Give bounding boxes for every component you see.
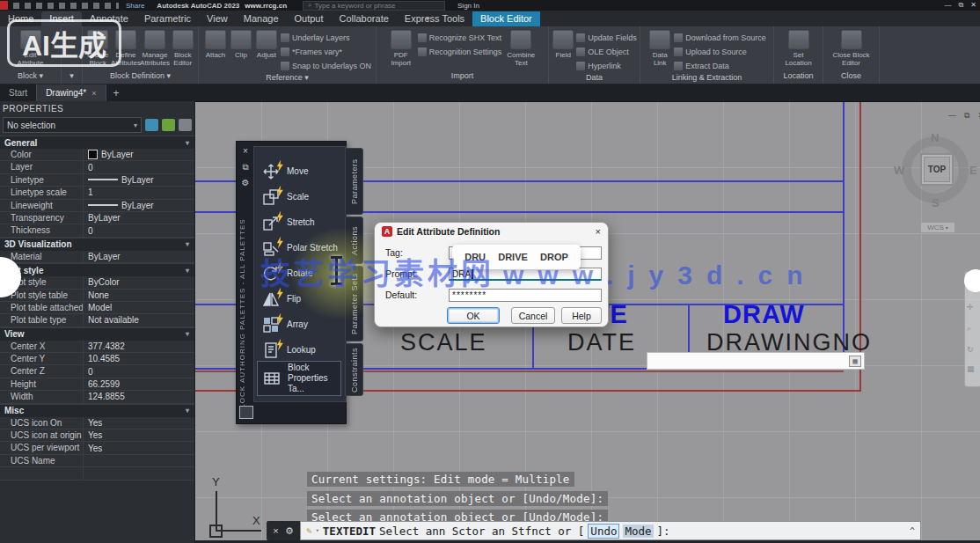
property-row[interactable]: Thickness 0 xyxy=(0,224,194,237)
palette-item-move[interactable]: Move xyxy=(257,158,341,184)
share-button[interactable]: Share xyxy=(126,2,144,10)
manage-attributes-button[interactable]: Manage Attributes xyxy=(142,28,169,67)
block-editor-button[interactable]: Block Editor xyxy=(171,28,196,67)
property-row[interactable]: Center X 377.4382 xyxy=(0,341,194,353)
combine-text-button[interactable]: Combine Text xyxy=(503,28,538,67)
ribbon-options-icon[interactable]: ▾ xyxy=(421,14,435,26)
palette-item-block-properties-table[interactable]: Block Properties Ta... xyxy=(257,361,341,396)
data-link-button[interactable]: Data Link xyxy=(647,28,672,67)
cancel-button[interactable]: Cancel xyxy=(511,307,555,324)
pdf-import-button[interactable]: PDF Import xyxy=(386,28,416,67)
help-button[interactable]: Help xyxy=(561,307,602,324)
attribute-tag-draw[interactable]: DRAW xyxy=(723,300,805,329)
ribbon-row-button[interactable]: Underlay Layers xyxy=(281,31,371,45)
tab-drawing4[interactable]: Drawing4* × xyxy=(36,84,106,101)
toggle-pickadd-icon[interactable] xyxy=(145,119,158,131)
viewcube-west[interactable]: W xyxy=(894,164,904,177)
ribbon-row-button[interactable]: *Frames vary* xyxy=(281,45,371,59)
ribbon-row-button[interactable]: Upload to Source xyxy=(674,45,766,59)
restore-icon[interactable]: ⧉ xyxy=(964,111,969,121)
ribbon-tab[interactable]: Collaborate xyxy=(332,11,397,26)
command-option-undo[interactable]: Undo xyxy=(588,524,619,539)
viewcube-top-face[interactable]: TOP xyxy=(920,153,954,186)
panel-label-linking[interactable]: Linking & Extraction xyxy=(640,73,773,84)
property-row[interactable]: Layer 0 xyxy=(0,161,194,173)
orbit-icon[interactable]: ↻ xyxy=(967,345,974,354)
close-tab-icon[interactable]: × xyxy=(91,89,96,98)
chevron-down-icon[interactable]: ▾ xyxy=(316,527,319,534)
panel-label-location[interactable]: Location xyxy=(774,71,823,84)
ribbon-tab[interactable]: Output xyxy=(287,11,332,26)
close-icon[interactable]: ✕ xyxy=(970,1,976,10)
property-row[interactable]: Center Z 0 xyxy=(0,365,194,378)
palette-properties-icon[interactable]: ⚙ xyxy=(238,178,253,187)
close-icon[interactable]: × xyxy=(273,525,278,536)
property-row[interactable]: UCS icon at origin Yes xyxy=(0,429,194,442)
property-row[interactable]: Color ByLayer xyxy=(0,149,194,161)
command-input-bar[interactable]: ✎ ▾ TEXTEDIT Select ann Sctor an Stfnct … xyxy=(300,521,921,540)
minimize-icon[interactable]: — xyxy=(948,111,956,121)
viewcube-north[interactable]: N xyxy=(931,131,939,144)
panel-label-collapsed[interactable]: ▾ xyxy=(62,71,82,84)
quick-access-toolbar[interactable] xyxy=(13,3,119,9)
ribbon-tab[interactable]: Block Editor xyxy=(472,11,540,26)
close-palette-icon[interactable]: × xyxy=(238,146,253,156)
ribbon-tab[interactable]: Manage xyxy=(236,11,287,26)
ribbon-row-button[interactable]: Snap to Underlays ON xyxy=(281,59,371,73)
tab-start[interactable]: Start xyxy=(0,84,36,101)
viewcube-south[interactable]: S xyxy=(932,196,940,209)
adjust-button[interactable]: Adjust xyxy=(254,28,279,59)
section-header-misc[interactable]: Misc▾ xyxy=(0,404,194,417)
panel-label-block[interactable]: Block ▾ xyxy=(0,71,61,84)
motion-icon[interactable]: ▦ xyxy=(967,364,975,373)
command-option-mode[interactable]: Mode xyxy=(623,525,653,538)
ribbon-tab[interactable]: View xyxy=(199,11,236,26)
section-header-view[interactable]: View▾ xyxy=(0,327,194,341)
wcs-dropdown[interactable]: WCS▾ xyxy=(920,222,955,233)
ribbon-row-button[interactable]: Extract Data xyxy=(674,59,766,73)
close-block-editor-button[interactable]: Close Block Editor xyxy=(831,28,872,67)
property-row[interactable]: Transparency ByLayer xyxy=(0,212,194,224)
section-header-plot-style[interactable]: Plot style▾ xyxy=(0,263,194,276)
ribbon-tab[interactable]: Parametric xyxy=(136,11,199,26)
panel-label-import[interactable]: Import xyxy=(377,71,548,84)
section-header-3d-visualization[interactable]: 3D Visualization▾ xyxy=(0,238,194,251)
signin-button[interactable]: Sign In xyxy=(457,2,479,10)
viewport-window-controls[interactable]: — ⧉ ✕ xyxy=(948,111,980,121)
pan-icon[interactable]: ✛ xyxy=(967,303,974,312)
property-row[interactable]: Linetype ByLayer xyxy=(0,174,194,187)
section-header-general[interactable]: General▾ xyxy=(0,136,194,149)
cell-text-date[interactable]: DATE xyxy=(567,329,636,356)
ok-button[interactable]: OK xyxy=(447,307,500,324)
palette-grid-icon[interactable] xyxy=(239,406,253,419)
minimize-icon[interactable]: — xyxy=(945,1,952,10)
search-input[interactable]: ⌕ Type a keyword or phrase xyxy=(303,1,445,11)
recent-commands-icon[interactable]: ^ xyxy=(910,526,915,536)
ribbon-row-button[interactable]: Update Fields xyxy=(576,31,637,45)
cell-text-scale[interactable]: SCALE xyxy=(400,329,487,356)
select-objects-icon[interactable] xyxy=(162,119,175,131)
selection-dropdown[interactable]: No selection ▾ xyxy=(3,117,142,133)
property-row[interactable]: Lineweight ByLayer xyxy=(0,200,194,212)
property-row[interactable]: Plot table type Not available xyxy=(0,314,194,327)
palette-item-lookup[interactable]: Lookup xyxy=(257,337,341,363)
property-row[interactable]: UCS Name xyxy=(0,455,194,467)
ribbon-row-button[interactable]: Recognize SHX Text xyxy=(418,31,502,45)
property-row[interactable]: UCS per viewport Yes xyxy=(0,442,194,454)
ribbon-row-button[interactable]: Hyperlink xyxy=(576,59,637,73)
ribbon-row-button[interactable]: Download from Source xyxy=(674,31,766,45)
panel-label-block-definition[interactable]: Block Definition ▾ xyxy=(83,71,198,84)
close-icon[interactable]: × xyxy=(596,226,601,237)
quick-select-icon[interactable] xyxy=(179,119,192,131)
dialog-title-bar[interactable]: A Edit Attribute Definition × xyxy=(375,223,608,240)
attach-button[interactable]: Attach xyxy=(203,28,228,59)
field-button[interactable]: Field xyxy=(552,28,574,59)
property-row[interactable]: Center Y 10.4585 xyxy=(0,353,194,365)
palette-item-scale[interactable]: Scale xyxy=(257,184,341,209)
command-pencil-icon[interactable]: ✎ xyxy=(306,525,312,537)
property-row[interactable]: Height 66.2599 xyxy=(0,378,194,391)
panel-label-close[interactable]: Close xyxy=(823,71,879,84)
ribbon-row-button[interactable]: OLE Object xyxy=(576,45,637,59)
inplace-field-icon[interactable]: ▦ xyxy=(849,356,861,367)
set-location-button[interactable]: Set Location xyxy=(780,28,817,67)
